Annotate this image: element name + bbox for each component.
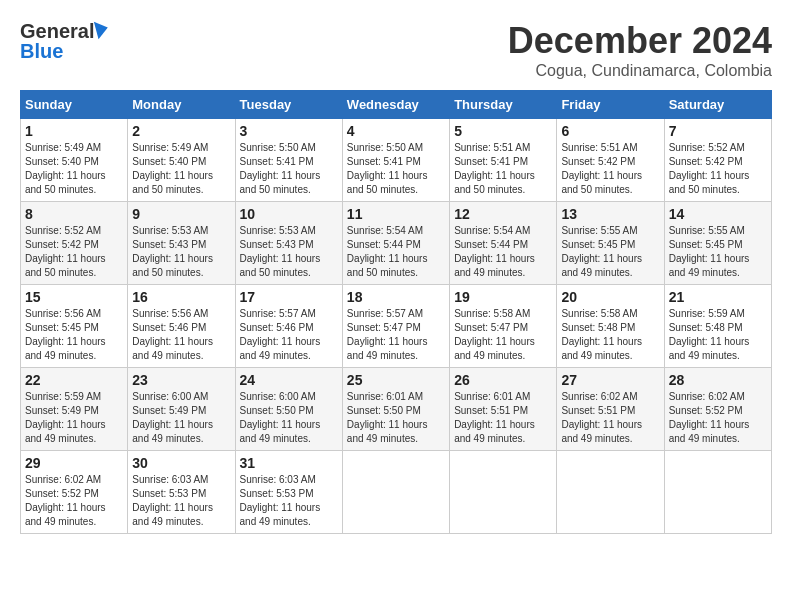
calendar-cell: 22Sunrise: 5:59 AMSunset: 5:49 PMDayligh… — [21, 368, 128, 451]
day-info: Sunrise: 6:01 AMSunset: 5:50 PMDaylight:… — [347, 390, 445, 446]
logo-blue: Blue — [20, 40, 63, 62]
day-number: 15 — [25, 289, 123, 305]
calendar-table: Sunday Monday Tuesday Wednesday Thursday… — [20, 90, 772, 534]
day-number: 21 — [669, 289, 767, 305]
calendar-cell: 16Sunrise: 5:56 AMSunset: 5:46 PMDayligh… — [128, 285, 235, 368]
day-info: Sunrise: 5:57 AMSunset: 5:47 PMDaylight:… — [347, 307, 445, 363]
calendar-cell: 9Sunrise: 5:53 AMSunset: 5:43 PMDaylight… — [128, 202, 235, 285]
calendar-cell: 4Sunrise: 5:50 AMSunset: 5:41 PMDaylight… — [342, 119, 449, 202]
day-info: Sunrise: 5:54 AMSunset: 5:44 PMDaylight:… — [454, 224, 552, 280]
day-number: 12 — [454, 206, 552, 222]
day-number: 22 — [25, 372, 123, 388]
col-monday: Monday — [128, 91, 235, 119]
day-number: 18 — [347, 289, 445, 305]
day-number: 31 — [240, 455, 338, 471]
day-info: Sunrise: 5:56 AMSunset: 5:45 PMDaylight:… — [25, 307, 123, 363]
calendar-cell: 29Sunrise: 6:02 AMSunset: 5:52 PMDayligh… — [21, 451, 128, 534]
day-number: 7 — [669, 123, 767, 139]
day-number: 30 — [132, 455, 230, 471]
calendar-cell: 14Sunrise: 5:55 AMSunset: 5:45 PMDayligh… — [664, 202, 771, 285]
calendar-cell: 15Sunrise: 5:56 AMSunset: 5:45 PMDayligh… — [21, 285, 128, 368]
header-row: Sunday Monday Tuesday Wednesday Thursday… — [21, 91, 772, 119]
day-number: 16 — [132, 289, 230, 305]
calendar-body: 1Sunrise: 5:49 AMSunset: 5:40 PMDaylight… — [21, 119, 772, 534]
calendar-header: Sunday Monday Tuesday Wednesday Thursday… — [21, 91, 772, 119]
calendar-cell: 6Sunrise: 5:51 AMSunset: 5:42 PMDaylight… — [557, 119, 664, 202]
day-info: Sunrise: 5:51 AMSunset: 5:41 PMDaylight:… — [454, 141, 552, 197]
calendar-cell — [557, 451, 664, 534]
day-number: 2 — [132, 123, 230, 139]
col-wednesday: Wednesday — [342, 91, 449, 119]
col-tuesday: Tuesday — [235, 91, 342, 119]
day-number: 19 — [454, 289, 552, 305]
day-number: 25 — [347, 372, 445, 388]
day-number: 6 — [561, 123, 659, 139]
title-area: December 2024 Cogua, Cundinamarca, Colom… — [508, 20, 772, 80]
day-number: 1 — [25, 123, 123, 139]
day-number: 13 — [561, 206, 659, 222]
day-info: Sunrise: 5:57 AMSunset: 5:46 PMDaylight:… — [240, 307, 338, 363]
calendar-cell: 26Sunrise: 6:01 AMSunset: 5:51 PMDayligh… — [450, 368, 557, 451]
calendar-cell — [450, 451, 557, 534]
calendar-cell: 3Sunrise: 5:50 AMSunset: 5:41 PMDaylight… — [235, 119, 342, 202]
day-info: Sunrise: 5:54 AMSunset: 5:44 PMDaylight:… — [347, 224, 445, 280]
calendar-cell — [664, 451, 771, 534]
calendar-week-row: 1Sunrise: 5:49 AMSunset: 5:40 PMDaylight… — [21, 119, 772, 202]
calendar-week-row: 8Sunrise: 5:52 AMSunset: 5:42 PMDaylight… — [21, 202, 772, 285]
day-info: Sunrise: 5:53 AMSunset: 5:43 PMDaylight:… — [240, 224, 338, 280]
calendar-cell: 21Sunrise: 5:59 AMSunset: 5:48 PMDayligh… — [664, 285, 771, 368]
calendar-week-row: 15Sunrise: 5:56 AMSunset: 5:45 PMDayligh… — [21, 285, 772, 368]
day-number: 3 — [240, 123, 338, 139]
calendar-cell: 31Sunrise: 6:03 AMSunset: 5:53 PMDayligh… — [235, 451, 342, 534]
col-saturday: Saturday — [664, 91, 771, 119]
day-info: Sunrise: 6:00 AMSunset: 5:50 PMDaylight:… — [240, 390, 338, 446]
calendar-cell: 24Sunrise: 6:00 AMSunset: 5:50 PMDayligh… — [235, 368, 342, 451]
day-number: 29 — [25, 455, 123, 471]
day-info: Sunrise: 6:02 AMSunset: 5:51 PMDaylight:… — [561, 390, 659, 446]
day-info: Sunrise: 5:56 AMSunset: 5:46 PMDaylight:… — [132, 307, 230, 363]
calendar-cell: 28Sunrise: 6:02 AMSunset: 5:52 PMDayligh… — [664, 368, 771, 451]
header: General Blue December 2024 Cogua, Cundin… — [20, 20, 772, 80]
day-number: 11 — [347, 206, 445, 222]
calendar-cell: 12Sunrise: 5:54 AMSunset: 5:44 PMDayligh… — [450, 202, 557, 285]
day-info: Sunrise: 5:50 AMSunset: 5:41 PMDaylight:… — [240, 141, 338, 197]
col-sunday: Sunday — [21, 91, 128, 119]
calendar-cell: 8Sunrise: 5:52 AMSunset: 5:42 PMDaylight… — [21, 202, 128, 285]
day-info: Sunrise: 5:49 AMSunset: 5:40 PMDaylight:… — [132, 141, 230, 197]
calendar-cell: 23Sunrise: 6:00 AMSunset: 5:49 PMDayligh… — [128, 368, 235, 451]
calendar-cell: 17Sunrise: 5:57 AMSunset: 5:46 PMDayligh… — [235, 285, 342, 368]
logo-general: General — [20, 20, 94, 42]
day-info: Sunrise: 6:03 AMSunset: 5:53 PMDaylight:… — [132, 473, 230, 529]
day-number: 5 — [454, 123, 552, 139]
day-info: Sunrise: 5:58 AMSunset: 5:48 PMDaylight:… — [561, 307, 659, 363]
calendar-week-row: 29Sunrise: 6:02 AMSunset: 5:52 PMDayligh… — [21, 451, 772, 534]
day-info: Sunrise: 5:59 AMSunset: 5:49 PMDaylight:… — [25, 390, 123, 446]
day-number: 26 — [454, 372, 552, 388]
day-info: Sunrise: 5:50 AMSunset: 5:41 PMDaylight:… — [347, 141, 445, 197]
day-number: 9 — [132, 206, 230, 222]
day-number: 14 — [669, 206, 767, 222]
calendar-cell: 18Sunrise: 5:57 AMSunset: 5:47 PMDayligh… — [342, 285, 449, 368]
day-number: 27 — [561, 372, 659, 388]
calendar-cell: 13Sunrise: 5:55 AMSunset: 5:45 PMDayligh… — [557, 202, 664, 285]
day-info: Sunrise: 5:53 AMSunset: 5:43 PMDaylight:… — [132, 224, 230, 280]
col-thursday: Thursday — [450, 91, 557, 119]
day-number: 10 — [240, 206, 338, 222]
day-info: Sunrise: 6:02 AMSunset: 5:52 PMDaylight:… — [25, 473, 123, 529]
day-number: 24 — [240, 372, 338, 388]
col-friday: Friday — [557, 91, 664, 119]
calendar-cell: 2Sunrise: 5:49 AMSunset: 5:40 PMDaylight… — [128, 119, 235, 202]
calendar-cell: 1Sunrise: 5:49 AMSunset: 5:40 PMDaylight… — [21, 119, 128, 202]
calendar-cell: 25Sunrise: 6:01 AMSunset: 5:50 PMDayligh… — [342, 368, 449, 451]
day-info: Sunrise: 5:55 AMSunset: 5:45 PMDaylight:… — [561, 224, 659, 280]
calendar-cell — [342, 451, 449, 534]
calendar-cell: 30Sunrise: 6:03 AMSunset: 5:53 PMDayligh… — [128, 451, 235, 534]
day-info: Sunrise: 5:49 AMSunset: 5:40 PMDaylight:… — [25, 141, 123, 197]
day-info: Sunrise: 6:00 AMSunset: 5:49 PMDaylight:… — [132, 390, 230, 446]
calendar-cell: 5Sunrise: 5:51 AMSunset: 5:41 PMDaylight… — [450, 119, 557, 202]
calendar-week-row: 22Sunrise: 5:59 AMSunset: 5:49 PMDayligh… — [21, 368, 772, 451]
day-number: 28 — [669, 372, 767, 388]
day-info: Sunrise: 6:03 AMSunset: 5:53 PMDaylight:… — [240, 473, 338, 529]
calendar-cell: 20Sunrise: 5:58 AMSunset: 5:48 PMDayligh… — [557, 285, 664, 368]
day-info: Sunrise: 5:52 AMSunset: 5:42 PMDaylight:… — [669, 141, 767, 197]
